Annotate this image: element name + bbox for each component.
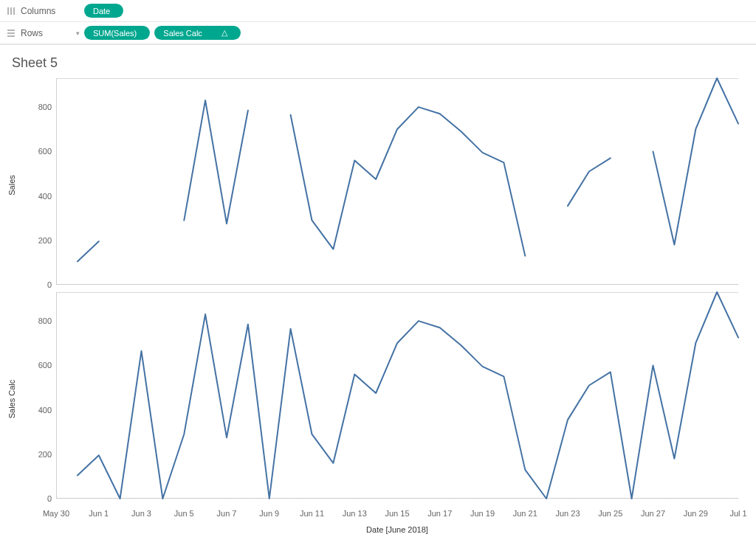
y-axis-label-sales: Sales <box>7 175 16 195</box>
y-tick: 400 <box>22 192 56 201</box>
rows-shelf-label: Rows ▾ <box>18 28 84 38</box>
x-tick: May 30 <box>43 509 69 518</box>
y-tick: 0 <box>22 494 56 503</box>
x-tick: Jun 9 <box>259 509 279 518</box>
x-tick: Jun 27 <box>641 509 665 518</box>
x-tick: Jun 23 <box>555 509 580 518</box>
x-tick: Jul 1 <box>729 509 746 518</box>
chart-sales[interactable]: Sales 0200400600800 <box>9 78 752 292</box>
y-tick: 600 <box>22 147 56 156</box>
columns-shelf[interactable]: Columns Date <box>0 0 756 22</box>
x-tick: Jun 7 <box>217 509 237 518</box>
y-tick: 200 <box>22 450 56 459</box>
y-tick: 400 <box>22 406 56 415</box>
x-tick: Jun 11 <box>300 509 324 518</box>
pill-sales-calc[interactable]: Sales Calc △ <box>154 26 241 40</box>
x-tick: Jun 21 <box>513 509 537 518</box>
pill-sum-sales[interactable]: SUM(Sales) <box>84 26 150 40</box>
x-tick: Jun 25 <box>598 509 622 518</box>
rows-shelf[interactable]: Rows ▾ SUM(Sales) Sales Calc △ <box>0 22 756 44</box>
columns-icon <box>4 6 18 16</box>
y-tick: 0 <box>22 280 56 289</box>
y-axis-label-sales-calc: Sales Calc <box>7 380 16 419</box>
x-tick: Jun 3 <box>131 509 151 518</box>
plot-sales: 0200400600800 <box>56 78 738 285</box>
x-tick: Jun 29 <box>684 509 708 518</box>
x-tick: Jun 19 <box>470 509 495 518</box>
rows-icon <box>4 28 18 38</box>
sheet-title: Sheet 5 <box>0 45 756 78</box>
x-axis-title: Date [June 2018] <box>366 525 428 534</box>
x-tick: Jun 17 <box>427 509 452 518</box>
columns-shelf-label: Columns <box>18 6 84 16</box>
chevron-down-icon[interactable]: ▾ <box>76 30 80 37</box>
pill-date[interactable]: Date <box>84 4 123 18</box>
x-axis: Date [June 2018] May 30Jun 1Jun 3Jun 5Ju… <box>56 509 738 538</box>
x-tick: Jun 15 <box>385 509 409 518</box>
y-tick: 800 <box>22 316 56 325</box>
y-tick: 800 <box>22 103 56 111</box>
charts-container: Sales 0200400600800 Sales Calc 020040060… <box>9 78 752 522</box>
sheet-area: Sheet 5 Sales 0200400600800 Sales Calc 0… <box>0 44 756 551</box>
y-tick: 200 <box>22 236 56 245</box>
x-tick: Jun 5 <box>174 509 194 518</box>
x-tick: Jun 13 <box>343 509 367 518</box>
plot-sales-calc: 0200400600800 <box>56 292 738 499</box>
x-tick: Jun 1 <box>89 509 109 518</box>
y-tick: 600 <box>22 361 56 370</box>
chart-sales-calc[interactable]: Sales Calc 0200400600800 <box>9 292 752 506</box>
calc-icon: △ <box>221 28 227 38</box>
